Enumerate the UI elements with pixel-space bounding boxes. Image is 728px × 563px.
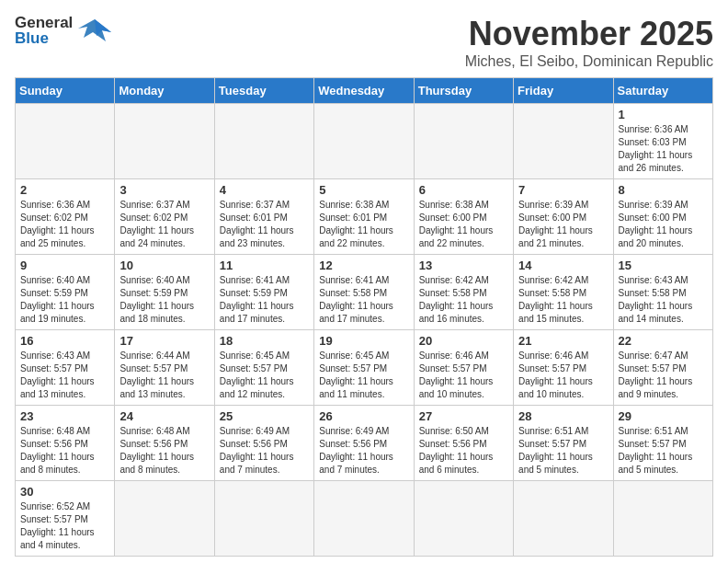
calendar-table: SundayMondayTuesdayWednesdayThursdayFrid… bbox=[15, 77, 713, 557]
day-number: 8 bbox=[619, 183, 708, 197]
calendar-cell: 22Sunrise: 6:47 AM Sunset: 5:57 PM Dayli… bbox=[613, 330, 712, 406]
day-info: Sunrise: 6:43 AM Sunset: 5:58 PM Dayligh… bbox=[619, 274, 708, 326]
day-number: 26 bbox=[319, 409, 408, 423]
day-info: Sunrise: 6:40 AM Sunset: 5:59 PM Dayligh… bbox=[20, 274, 109, 326]
calendar-cell: 8Sunrise: 6:39 AM Sunset: 6:00 PM Daylig… bbox=[613, 179, 712, 255]
calendar-cell bbox=[16, 104, 115, 179]
day-number: 25 bbox=[220, 409, 309, 423]
calendar-cell: 19Sunrise: 6:45 AM Sunset: 5:57 PM Dayli… bbox=[314, 330, 414, 406]
calendar-cell bbox=[314, 104, 414, 179]
day-info: Sunrise: 6:40 AM Sunset: 5:59 PM Dayligh… bbox=[119, 274, 209, 326]
calendar-cell: 28Sunrise: 6:51 AM Sunset: 5:57 PM Dayli… bbox=[514, 406, 613, 481]
day-info: Sunrise: 6:44 AM Sunset: 5:57 PM Dayligh… bbox=[119, 350, 209, 401]
calendar-week-row: 1Sunrise: 6:36 AM Sunset: 6:03 PM Daylig… bbox=[16, 104, 713, 179]
calendar-cell: 3Sunrise: 6:37 AM Sunset: 6:02 PM Daylig… bbox=[115, 179, 214, 255]
logo-general: General bbox=[15, 15, 73, 30]
day-info: Sunrise: 6:51 AM Sunset: 5:57 PM Dayligh… bbox=[518, 425, 608, 477]
calendar-cell bbox=[414, 104, 513, 179]
calendar-cell: 5Sunrise: 6:38 AM Sunset: 6:01 PM Daylig… bbox=[314, 179, 414, 255]
calendar-cell: 18Sunrise: 6:45 AM Sunset: 5:57 PM Dayli… bbox=[214, 330, 313, 406]
calendar-cell bbox=[214, 104, 313, 179]
logo-blue: Blue bbox=[15, 30, 73, 46]
day-number: 6 bbox=[419, 183, 508, 197]
title-area: November 2025 Miches, El Seibo, Dominica… bbox=[465, 15, 713, 70]
location-title: Miches, El Seibo, Dominican Republic bbox=[465, 53, 713, 70]
day-number: 17 bbox=[119, 334, 209, 348]
col-header-tuesday: Tuesday bbox=[214, 78, 313, 104]
day-info: Sunrise: 6:48 AM Sunset: 5:56 PM Dayligh… bbox=[20, 425, 109, 477]
day-info: Sunrise: 6:37 AM Sunset: 6:01 PM Dayligh… bbox=[220, 199, 309, 250]
day-info: Sunrise: 6:39 AM Sunset: 6:00 PM Dayligh… bbox=[518, 199, 608, 250]
col-header-wednesday: Wednesday bbox=[314, 78, 414, 104]
calendar-cell: 23Sunrise: 6:48 AM Sunset: 5:56 PM Dayli… bbox=[16, 406, 115, 481]
day-number: 10 bbox=[119, 259, 209, 272]
day-number: 30 bbox=[20, 485, 109, 499]
col-header-sunday: Sunday bbox=[16, 78, 115, 104]
day-number: 9 bbox=[20, 259, 109, 272]
day-number: 14 bbox=[518, 259, 608, 272]
calendar-cell: 10Sunrise: 6:40 AM Sunset: 5:59 PM Dayli… bbox=[115, 255, 214, 330]
calendar-cell: 21Sunrise: 6:46 AM Sunset: 5:57 PM Dayli… bbox=[514, 330, 613, 406]
calendar-cell: 29Sunrise: 6:51 AM Sunset: 5:57 PM Dayli… bbox=[613, 406, 712, 481]
day-info: Sunrise: 6:36 AM Sunset: 6:03 PM Dayligh… bbox=[619, 123, 708, 175]
day-number: 27 bbox=[419, 409, 508, 423]
calendar-cell: 2Sunrise: 6:36 AM Sunset: 6:02 PM Daylig… bbox=[16, 179, 115, 255]
day-number: 5 bbox=[319, 183, 408, 197]
day-number: 4 bbox=[220, 183, 309, 197]
calendar-cell: 12Sunrise: 6:41 AM Sunset: 5:58 PM Dayli… bbox=[314, 255, 414, 330]
day-info: Sunrise: 6:52 AM Sunset: 5:57 PM Dayligh… bbox=[20, 500, 109, 552]
day-number: 18 bbox=[220, 334, 309, 348]
logo: General Blue bbox=[15, 15, 113, 46]
calendar-cell: 1Sunrise: 6:36 AM Sunset: 6:03 PM Daylig… bbox=[613, 104, 712, 179]
col-header-thursday: Thursday bbox=[414, 78, 513, 104]
day-info: Sunrise: 6:46 AM Sunset: 5:57 PM Dayligh… bbox=[419, 350, 508, 401]
calendar-week-row: 23Sunrise: 6:48 AM Sunset: 5:56 PM Dayli… bbox=[16, 406, 713, 481]
calendar-cell: 25Sunrise: 6:49 AM Sunset: 5:56 PM Dayli… bbox=[214, 406, 313, 481]
header: General Blue November 2025 Miches, El Se… bbox=[15, 15, 713, 70]
day-info: Sunrise: 6:49 AM Sunset: 5:56 PM Dayligh… bbox=[319, 425, 408, 477]
day-info: Sunrise: 6:51 AM Sunset: 5:57 PM Dayligh… bbox=[619, 425, 708, 477]
calendar-cell bbox=[514, 481, 613, 557]
calendar-cell: 13Sunrise: 6:42 AM Sunset: 5:58 PM Dayli… bbox=[414, 255, 513, 330]
day-number: 28 bbox=[518, 409, 608, 423]
day-number: 16 bbox=[20, 334, 109, 348]
col-header-friday: Friday bbox=[514, 78, 613, 104]
day-info: Sunrise: 6:45 AM Sunset: 5:57 PM Dayligh… bbox=[319, 350, 408, 401]
day-info: Sunrise: 6:48 AM Sunset: 5:56 PM Dayligh… bbox=[119, 425, 209, 477]
day-info: Sunrise: 6:41 AM Sunset: 5:59 PM Dayligh… bbox=[220, 274, 309, 326]
calendar-cell: 17Sunrise: 6:44 AM Sunset: 5:57 PM Dayli… bbox=[115, 330, 214, 406]
calendar-cell bbox=[414, 481, 513, 557]
calendar-week-row: 30Sunrise: 6:52 AM Sunset: 5:57 PM Dayli… bbox=[16, 481, 713, 557]
day-number: 13 bbox=[419, 259, 508, 272]
calendar-cell: 15Sunrise: 6:43 AM Sunset: 5:58 PM Dayli… bbox=[613, 255, 712, 330]
day-info: Sunrise: 6:46 AM Sunset: 5:57 PM Dayligh… bbox=[518, 350, 608, 401]
calendar-cell: 24Sunrise: 6:48 AM Sunset: 5:56 PM Dayli… bbox=[115, 406, 214, 481]
calendar-cell bbox=[514, 104, 613, 179]
day-number: 7 bbox=[518, 183, 608, 197]
calendar-cell: 30Sunrise: 6:52 AM Sunset: 5:57 PM Dayli… bbox=[16, 481, 115, 557]
day-number: 24 bbox=[119, 409, 209, 423]
day-number: 22 bbox=[619, 334, 708, 348]
day-number: 15 bbox=[619, 259, 708, 272]
day-info: Sunrise: 6:47 AM Sunset: 5:57 PM Dayligh… bbox=[619, 350, 708, 401]
day-number: 21 bbox=[518, 334, 608, 348]
day-number: 29 bbox=[619, 409, 708, 423]
day-number: 20 bbox=[419, 334, 508, 348]
day-number: 3 bbox=[119, 183, 209, 197]
calendar-cell: 7Sunrise: 6:39 AM Sunset: 6:00 PM Daylig… bbox=[514, 179, 613, 255]
day-info: Sunrise: 6:37 AM Sunset: 6:02 PM Dayligh… bbox=[119, 199, 209, 250]
calendar-cell: 6Sunrise: 6:38 AM Sunset: 6:00 PM Daylig… bbox=[414, 179, 513, 255]
day-info: Sunrise: 6:45 AM Sunset: 5:57 PM Dayligh… bbox=[220, 350, 309, 401]
day-info: Sunrise: 6:50 AM Sunset: 5:56 PM Dayligh… bbox=[419, 425, 508, 477]
calendar-cell bbox=[314, 481, 414, 557]
calendar-cell: 27Sunrise: 6:50 AM Sunset: 5:56 PM Dayli… bbox=[414, 406, 513, 481]
calendar-cell: 16Sunrise: 6:43 AM Sunset: 5:57 PM Dayli… bbox=[16, 330, 115, 406]
calendar-header-row: SundayMondayTuesdayWednesdayThursdayFrid… bbox=[16, 78, 713, 104]
day-info: Sunrise: 6:42 AM Sunset: 5:58 PM Dayligh… bbox=[419, 274, 508, 326]
day-number: 19 bbox=[319, 334, 408, 348]
day-info: Sunrise: 6:38 AM Sunset: 6:00 PM Dayligh… bbox=[419, 199, 508, 250]
col-header-monday: Monday bbox=[115, 78, 214, 104]
day-info: Sunrise: 6:43 AM Sunset: 5:57 PM Dayligh… bbox=[20, 350, 109, 401]
calendar-cell: 26Sunrise: 6:49 AM Sunset: 5:56 PM Dayli… bbox=[314, 406, 414, 481]
day-info: Sunrise: 6:38 AM Sunset: 6:01 PM Dayligh… bbox=[319, 199, 408, 250]
